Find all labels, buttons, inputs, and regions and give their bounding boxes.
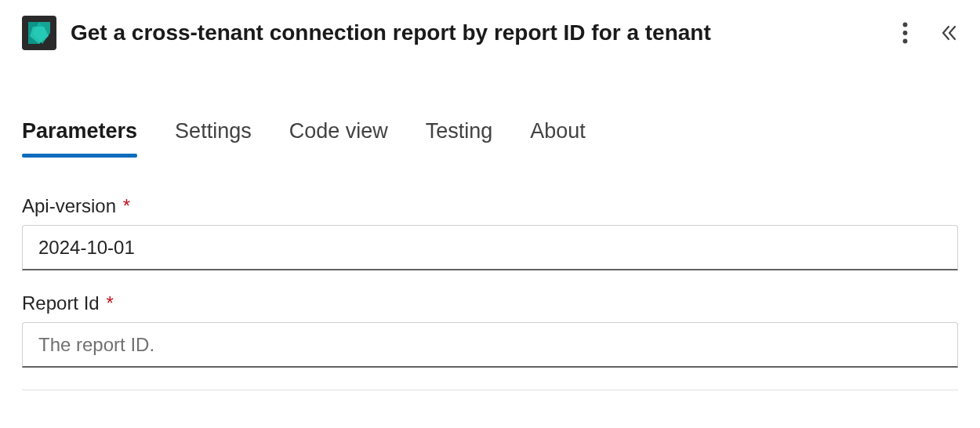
section-divider [22,390,958,390]
panel-header: Get a cross-tenant connection report by … [0,0,980,50]
parameters-form: Api-version * Report Id * [0,195,980,368]
input-api-version[interactable] [22,225,958,270]
field-group-report-id: Report Id * [22,292,958,368]
svg-point-2 [902,39,907,44]
field-group-api-version: Api-version * [22,195,958,270]
chevron-double-left-icon [939,24,958,42]
label-text-report-id: Report Id [22,292,100,314]
power-platform-icon [25,19,53,47]
required-indicator: * [123,195,130,216]
connector-icon [22,16,56,50]
header-actions [895,24,958,42]
tab-parameters[interactable]: Parameters [22,119,137,154]
tab-about[interactable]: About [530,119,586,154]
required-indicator: * [106,292,113,314]
tab-code-view[interactable]: Code view [289,119,388,154]
page-title: Get a cross-tenant connection report by … [71,20,895,45]
svg-point-1 [902,31,907,35]
label-report-id: Report Id * [22,292,958,314]
vertical-dots-icon [902,22,908,44]
more-options-button[interactable] [895,24,914,42]
input-report-id[interactable] [22,322,958,368]
label-text-api-version: Api-version [22,195,116,216]
tab-testing[interactable]: Testing [426,119,493,154]
svg-point-0 [902,23,907,27]
label-api-version: Api-version * [22,195,958,217]
collapse-panel-button[interactable] [939,24,958,42]
tab-list: Parameters Settings Code view Testing Ab… [0,119,980,154]
tab-settings[interactable]: Settings [175,119,252,154]
